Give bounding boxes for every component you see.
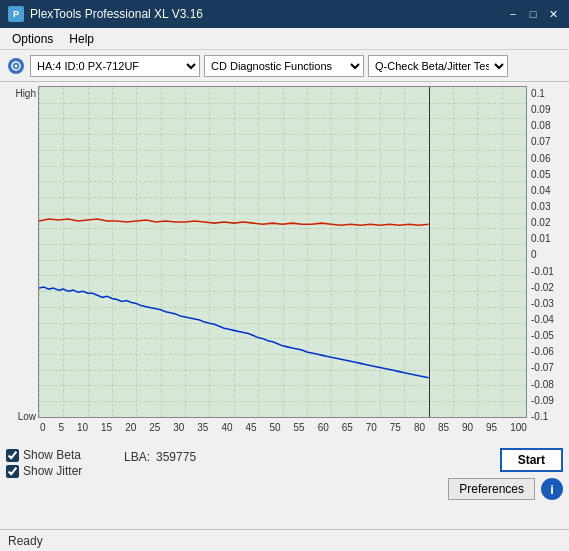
checkboxes-area: Show Beta Show Jitter [6,448,116,478]
chart-wrapper: 0 5 10 15 20 25 30 35 40 45 50 55 60 65 … [38,86,527,436]
start-button[interactable]: Start [500,448,563,472]
y-axis-left: High Low [6,86,38,436]
chart-svg [39,87,526,417]
title-bar-left: P PlexTools Professional XL V3.16 [8,6,203,22]
chart-canvas-area [38,86,527,418]
y-left-high: High [6,88,36,99]
function-select[interactable]: CD Diagnostic Functions [204,55,364,77]
info-button[interactable]: i [541,478,563,500]
minimize-button[interactable]: − [505,6,521,22]
title-bar: P PlexTools Professional XL V3.16 − □ ✕ [0,0,569,28]
drive-select[interactable]: HA:4 ID:0 PX-712UF [30,55,200,77]
status-bar: Ready [0,529,569,551]
close-button[interactable]: ✕ [545,6,561,22]
lba-value: 359775 [156,450,196,464]
show-beta-checkbox[interactable] [6,449,19,462]
main-area: High Low [0,82,569,444]
chart-container: High Low [6,86,563,436]
menu-options[interactable]: Options [4,30,61,48]
lba-label: LBA: [124,450,150,464]
y-left-low: Low [6,411,36,422]
menu-help[interactable]: Help [61,30,102,48]
svg-point-2 [15,64,18,67]
app-icon: P [8,6,24,22]
y-axis-right: 0.1 0.09 0.08 0.07 0.06 0.05 0.04 0.03 0… [527,86,563,436]
preferences-button[interactable]: Preferences [448,478,535,500]
title-bar-controls: − □ ✕ [505,6,561,22]
restore-button[interactable]: □ [525,6,541,22]
toolbar: HA:4 ID:0 PX-712UF CD Diagnostic Functio… [0,50,569,82]
drive-icon [6,56,26,76]
right-buttons: Start Preferences i [448,448,563,500]
show-beta-row: Show Beta [6,448,116,462]
show-jitter-checkbox[interactable] [6,465,19,478]
x-axis: 0 5 10 15 20 25 30 35 40 45 50 55 60 65 … [38,418,527,436]
show-jitter-row: Show Jitter [6,464,116,478]
show-jitter-label: Show Jitter [23,464,82,478]
menu-bar: Options Help [0,28,569,50]
show-beta-label: Show Beta [23,448,81,462]
window-title: PlexTools Professional XL V3.16 [30,7,203,21]
bottom-area: Show Beta Show Jitter LBA: 359775 Start … [0,444,569,504]
lba-section: LBA: 359775 [124,448,196,464]
test-select[interactable]: Q-Check Beta/Jitter Test [368,55,508,77]
prefs-row: Preferences i [448,478,563,500]
status-text: Ready [8,534,43,548]
